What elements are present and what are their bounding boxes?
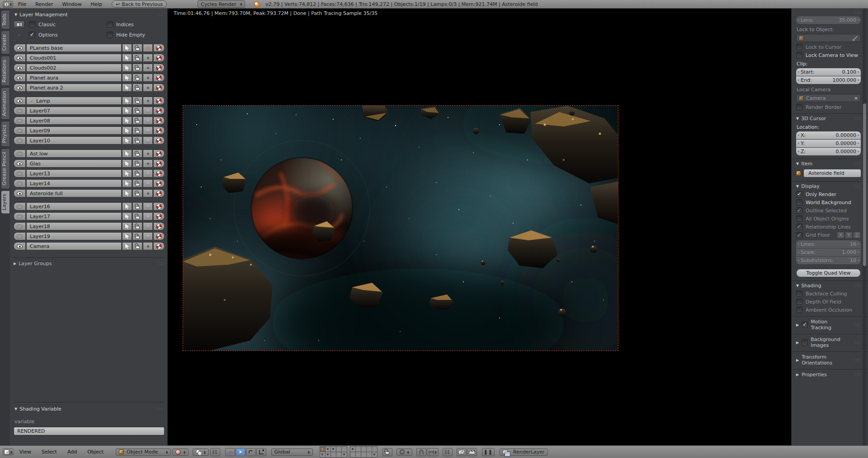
editor-type-button[interactable]: i ▲▼ (3, 1, 13, 8)
render-dot-icon[interactable] (143, 242, 153, 250)
menu-render[interactable]: Render (31, 1, 57, 7)
layer-cell[interactable] (336, 452, 341, 457)
backface-culling-checkbox[interactable] (796, 290, 802, 297)
world-background-row[interactable]: World Background (796, 199, 861, 206)
eye-icon[interactable] (14, 159, 26, 168)
unlock-icon[interactable] (132, 44, 142, 52)
tab-create[interactable]: Create (1, 31, 10, 55)
render-dot-icon[interactable] (143, 169, 153, 178)
unlock-icon[interactable] (132, 222, 142, 230)
mouse-cursor-icon[interactable] (122, 136, 132, 145)
mouse-cursor-icon[interactable] (122, 169, 132, 178)
snap-target-button[interactable] (443, 448, 453, 456)
render-exclude-icon[interactable] (153, 202, 165, 210)
layer-name-field[interactable]: Layer07 (26, 107, 122, 115)
panel-grip-icon[interactable]: :::: (854, 184, 861, 188)
grid-floor-checkbox[interactable] (796, 232, 802, 238)
mouse-cursor-icon[interactable] (122, 179, 132, 187)
render-exclude-icon[interactable] (153, 212, 165, 220)
viewport-shading-dropdown[interactable]: ▲▼ (172, 449, 189, 456)
menu-file[interactable]: File (14, 1, 30, 7)
render-exclude-icon[interactable] (153, 179, 165, 187)
menu-window[interactable]: Window (58, 1, 85, 7)
render-dot-icon[interactable] (143, 117, 153, 125)
layer-cell[interactable] (372, 447, 377, 452)
unlock-icon[interactable] (132, 64, 142, 72)
all-object-origins-checkbox[interactable] (796, 215, 802, 222)
eye-icon[interactable] (14, 84, 26, 92)
mouse-cursor-icon[interactable] (122, 222, 132, 230)
relationship-lines-row[interactable]: Relationship Lines (796, 224, 861, 230)
layer-cell[interactable] (336, 447, 341, 452)
eye-icon[interactable] (14, 54, 26, 62)
layer-name-field[interactable]: Layer08 (26, 117, 122, 125)
render-exclude-icon[interactable] (153, 126, 165, 135)
clip-end-field[interactable]: ◂End: 1000.000▸ (796, 76, 861, 84)
opengl-render-image-button[interactable] (457, 448, 467, 456)
hide-empty-checkbox[interactable] (107, 32, 113, 38)
render-border-checkbox[interactable] (796, 104, 802, 110)
tab-tools[interactable]: Tools (1, 10, 10, 29)
snap-toggle-button[interactable] (416, 448, 426, 456)
unlock-icon[interactable] (132, 202, 142, 210)
render-dot-icon[interactable] (143, 44, 153, 52)
layer-groups-header[interactable]: ▶ Layer Groups :::: (14, 257, 165, 266)
lock-to-scene-button[interactable] (382, 448, 392, 456)
eye-icon[interactable] (14, 212, 26, 220)
render-border-row[interactable]: Render Border (796, 104, 861, 110)
panel-grip-icon[interactable]: :::: (854, 341, 861, 345)
render-exclude-icon[interactable] (153, 97, 165, 105)
layer-name-field[interactable]: Glas (26, 159, 122, 168)
menu-view[interactable]: View (15, 449, 36, 455)
panel-grip-icon[interactable]: :::: (854, 373, 861, 377)
only-render-checkbox[interactable] (796, 191, 802, 197)
cursor-z-field[interactable]: ◂Z: 0.00000▸ (796, 148, 861, 155)
shading-header[interactable]: ▼ Shading :::: (796, 283, 861, 289)
layer-cell[interactable] (326, 447, 330, 452)
layer-cell[interactable] (367, 447, 372, 452)
render-exclude-icon[interactable] (153, 169, 165, 178)
lock-to-cursor-checkbox[interactable] (796, 44, 802, 50)
render-dot-icon[interactable] (143, 150, 153, 158)
axis-z-button[interactable]: Z (853, 232, 861, 238)
layer-cell[interactable] (320, 452, 325, 457)
render-exclude-icon[interactable] (153, 189, 165, 197)
eye-icon[interactable] (14, 202, 26, 210)
panel-grip-icon[interactable]: :::: (157, 13, 164, 17)
unlock-icon[interactable] (132, 189, 142, 197)
render-exclude-icon[interactable] (153, 117, 165, 125)
shading-variable-header[interactable]: ▼ Shading Variable :::: (14, 405, 165, 413)
render-dot-icon[interactable] (143, 179, 153, 187)
panel-grip-icon[interactable]: :::: (158, 262, 165, 266)
outline-selected-row[interactable]: Outline Selected (796, 207, 861, 214)
lock-camera-checkbox[interactable] (796, 52, 802, 58)
background-images-checkbox[interactable] (802, 339, 808, 346)
layer-grid-block-1[interactable] (320, 446, 347, 458)
unlock-icon[interactable] (132, 84, 142, 92)
layer-management-header[interactable]: ▼ Layer Management :::: (14, 10, 165, 19)
mouse-cursor-icon[interactable] (122, 107, 132, 115)
lens-slider[interactable]: ◂Lens: 35.000▸ (796, 16, 861, 24)
menu-add[interactable]: Add (63, 449, 81, 455)
unlock-icon[interactable] (132, 74, 142, 82)
unlock-icon[interactable] (132, 126, 142, 135)
cursor-y-field[interactable]: ◂Y: 0.00000▸ (796, 140, 861, 147)
local-camera-field[interactable]: Camera ✕ (796, 94, 861, 102)
layer-grid-block-2[interactable] (350, 446, 377, 458)
render-dot-icon[interactable] (143, 232, 153, 240)
unlock-icon[interactable] (132, 97, 142, 105)
render-exclude-icon[interactable] (153, 74, 165, 82)
axis-y-button[interactable]: Y (845, 232, 853, 238)
layer-name-field[interactable]: Layer13 (26, 169, 122, 178)
tab-animation[interactable]: Animation (1, 87, 10, 120)
eye-icon[interactable] (14, 242, 26, 250)
mouse-cursor-icon[interactable] (122, 84, 132, 92)
layer-cell[interactable] (320, 447, 325, 452)
render-exclude-icon[interactable] (153, 232, 165, 240)
pivot-point-dropdown[interactable]: ▲▼ (193, 449, 209, 456)
eye-icon[interactable] (14, 169, 26, 178)
panel-grip-icon[interactable]: :::: (854, 162, 861, 166)
3d-cursor-header[interactable]: ▼ 3D Cursor :::: (796, 116, 861, 122)
ambient-occlusion-row[interactable]: Ambient Occlusion (796, 307, 861, 313)
layer-cell[interactable] (331, 452, 336, 457)
